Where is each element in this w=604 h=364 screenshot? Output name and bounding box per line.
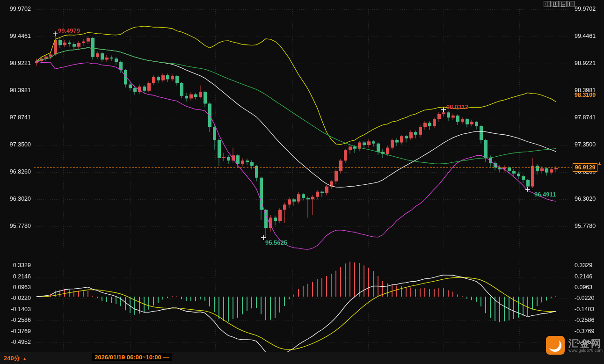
time-axis-bar xyxy=(0,352,604,364)
site-logo: 汇金网 www.gold678.com xyxy=(546,336,603,355)
price-up-arrow-icon: ▲ xyxy=(597,161,602,166)
scroll-right-icon[interactable] xyxy=(568,1,575,7)
pan-icon[interactable] xyxy=(544,1,551,7)
site-logo-url: www.gold678.com xyxy=(568,349,603,353)
chart-application: 美元指数 【240分】 ⊕ BOLL(26,2) MID:97.0477 UPP… xyxy=(0,0,604,364)
period-dropdown-arrow-icon: ▲ xyxy=(22,356,27,361)
chart-toolbar xyxy=(544,1,575,7)
price-chart-canvas[interactable] xyxy=(0,0,604,364)
scale-vertical-icon[interactable] xyxy=(552,1,559,7)
period-selector[interactable]: 240分▲ xyxy=(4,354,27,363)
period-selector-label: 240分 xyxy=(4,355,20,362)
crosshair-time-tooltip: 2026/01/19 06:00~10:00 — xyxy=(92,353,172,361)
upper-band-price-label: 98.3109 xyxy=(575,92,596,98)
current-price-box: 96.9129 xyxy=(573,163,597,172)
scale-horizontal-icon[interactable] xyxy=(560,1,567,7)
site-logo-title: 汇金网 xyxy=(568,338,603,349)
gold678-logo-icon xyxy=(546,336,565,355)
